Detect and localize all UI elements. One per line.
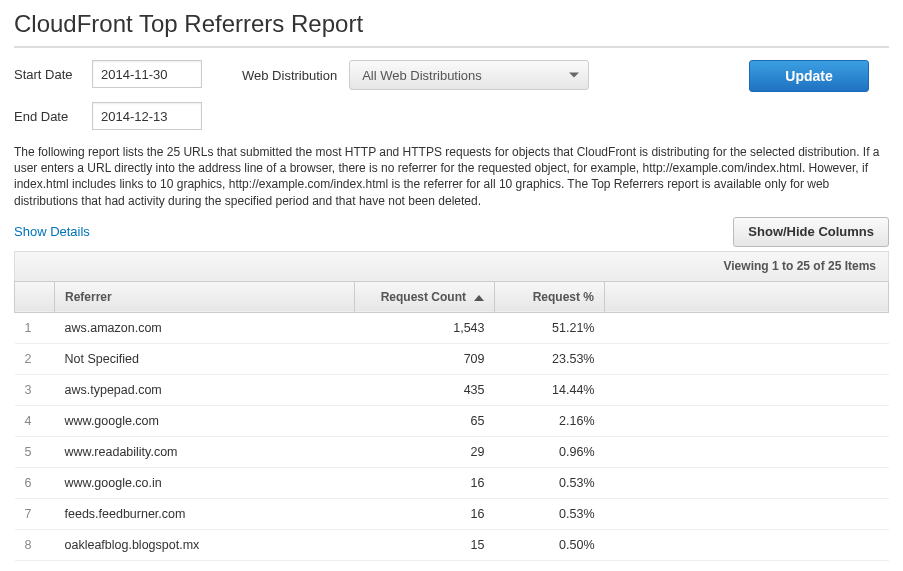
cell-blank [605, 560, 889, 571]
col-header-referrer[interactable]: Referrer [55, 281, 355, 312]
cell-referrer: oakleafblog.blogspot.mx [55, 529, 355, 560]
cell-request-percent: 0.53% [495, 498, 605, 529]
cell-request-count: 14 [355, 560, 495, 571]
distribution-label: Web Distribution [242, 68, 337, 83]
row-index: 7 [15, 498, 55, 529]
cell-request-count: 15 [355, 529, 495, 560]
cell-request-percent: 23.53% [495, 343, 605, 374]
cell-request-count: 435 [355, 374, 495, 405]
cell-blank [605, 343, 889, 374]
update-button[interactable]: Update [749, 60, 869, 92]
page-title: CloudFront Top Referrers Report [14, 10, 889, 38]
cell-blank [605, 405, 889, 436]
show-details-link[interactable]: Show Details [14, 224, 90, 239]
pager-text: Viewing 1 to 25 of 25 Items [724, 259, 877, 273]
row-index: 3 [15, 374, 55, 405]
table-row[interactable]: 2Not Specified70923.53% [15, 343, 889, 374]
filter-bar: Start Date End Date Web Distribution All… [14, 60, 889, 130]
cell-referrer: www.google.com [55, 405, 355, 436]
cell-request-count: 16 [355, 498, 495, 529]
cell-request-percent: 2.16% [495, 405, 605, 436]
cell-request-count: 29 [355, 436, 495, 467]
table-row[interactable]: 1aws.amazon.com1,54351.21% [15, 312, 889, 343]
pager-bar: Viewing 1 to 25 of 25 Items [14, 251, 889, 281]
distribution-select[interactable]: All Web Distributions [349, 60, 589, 90]
row-index: 5 [15, 436, 55, 467]
secondary-toolbar: Show Details Show/Hide Columns [14, 217, 889, 247]
cell-request-percent: 0.46% [495, 560, 605, 571]
date-filters: Start Date End Date [14, 60, 202, 130]
cell-request-percent: 0.96% [495, 436, 605, 467]
cell-referrer: Not Specified [55, 343, 355, 374]
distribution-filter: Web Distribution All Web Distributions [242, 60, 589, 90]
report-description: The following report lists the 25 URLs t… [14, 144, 889, 209]
cell-request-percent: 0.50% [495, 529, 605, 560]
row-index: 6 [15, 467, 55, 498]
table-row[interactable]: 8oakleafblog.blogspot.mx150.50% [15, 529, 889, 560]
start-date-input[interactable] [92, 60, 202, 88]
cell-referrer: aws.typepad.com [55, 374, 355, 405]
row-index: 4 [15, 405, 55, 436]
col-header-request-percent[interactable]: Request % [495, 281, 605, 312]
cell-blank [605, 498, 889, 529]
cell-referrer: www.google.co.in [55, 467, 355, 498]
row-index: 1 [15, 312, 55, 343]
table-row[interactable]: 4www.google.com652.16% [15, 405, 889, 436]
start-date-label: Start Date [14, 67, 82, 82]
col-header-blank[interactable] [605, 281, 889, 312]
col-header-request-count[interactable]: Request Count [355, 281, 495, 312]
show-hide-columns-button[interactable]: Show/Hide Columns [733, 217, 889, 247]
table-row[interactable]: 3aws.typepad.com43514.44% [15, 374, 889, 405]
row-index: 2 [15, 343, 55, 374]
referrers-table: Referrer Request Count Request % 1aws.am… [14, 281, 889, 571]
table-row[interactable]: 9tech.coterie.com140.46% [15, 560, 889, 571]
cell-request-count: 65 [355, 405, 495, 436]
table-row[interactable]: 5www.readability.com290.96% [15, 436, 889, 467]
cell-request-percent: 14.44% [495, 374, 605, 405]
cell-request-percent: 51.21% [495, 312, 605, 343]
cell-referrer: tech.coterie.com [55, 560, 355, 571]
cell-request-count: 1,543 [355, 312, 495, 343]
cell-blank [605, 529, 889, 560]
cell-referrer: feeds.feedburner.com [55, 498, 355, 529]
cell-request-count: 709 [355, 343, 495, 374]
table-row[interactable]: 7feeds.feedburner.com160.53% [15, 498, 889, 529]
cell-blank [605, 467, 889, 498]
end-date-label: End Date [14, 109, 82, 124]
row-index: 9 [15, 560, 55, 571]
cell-blank [605, 312, 889, 343]
row-index: 8 [15, 529, 55, 560]
end-date-input[interactable] [92, 102, 202, 130]
title-divider [14, 46, 889, 48]
cell-referrer: aws.amazon.com [55, 312, 355, 343]
cell-request-percent: 0.53% [495, 467, 605, 498]
table-row[interactable]: 6www.google.co.in160.53% [15, 467, 889, 498]
cell-referrer: www.readability.com [55, 436, 355, 467]
col-header-index[interactable] [15, 281, 55, 312]
cell-blank [605, 436, 889, 467]
cell-request-count: 16 [355, 467, 495, 498]
cell-blank [605, 374, 889, 405]
